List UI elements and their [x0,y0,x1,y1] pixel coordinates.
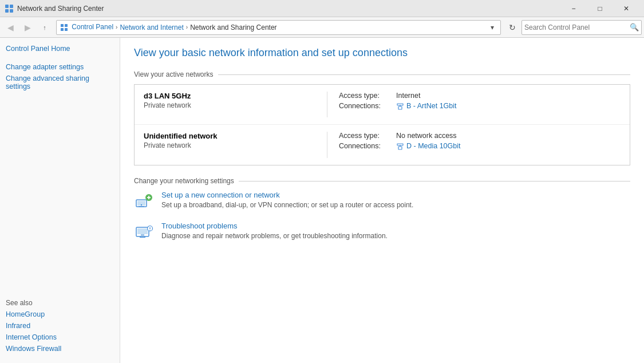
access-type-row-d3: Access type: Internet [339,92,621,100]
search-icon: 🔍 [630,23,639,31]
svg-point-28 [149,230,151,231]
network-right-unidentified: Access type: No network access Connectio… [339,132,621,152]
sidebar-spacer [6,94,114,299]
connection-icon-unidentified [396,142,404,150]
network-left-d3: d3 LAN 5GHz Private network [144,92,315,109]
connection-name-d3: B - ArtNet 1Gbit [406,102,457,110]
sidebar: Control Panel Home Change adapter settin… [0,38,120,363]
troubleshoot-link[interactable]: Troubleshoot problems [161,222,388,230]
network-name-d3: d3 LAN 5GHz [144,92,315,100]
svg-rect-18 [139,206,144,207]
svg-rect-1 [10,5,13,8]
svg-rect-10 [397,104,403,105]
sidebar-internet-options[interactable]: Internet Options [6,333,114,341]
sidebar-infrared[interactable]: Infrared [6,322,114,330]
connections-label-d3: Connections: [339,102,396,110]
title-bar: Network and Sharing Center − □ ✕ [0,0,644,17]
network-divider-2 [327,132,327,158]
access-value-unidentified: No network access [396,132,457,140]
settings-section: Set up a new connection or network Set u… [134,191,630,242]
forward-button[interactable]: ▶ [19,19,35,35]
network-name-unidentified: Unidentified network [144,132,315,140]
breadcrumb-network-internet[interactable]: Network and Internet [120,23,183,31]
network-type-unidentified: Private network [144,141,315,149]
breadcrumb-sep-2: › [186,24,188,30]
network-item-unidentified: Unidentified network Private network Acc… [135,125,630,165]
connection-link-unidentified[interactable]: D - Media 10Gbit [396,142,460,150]
breadcrumb-dropdown[interactable]: ▾ [488,23,497,32]
window-title: Network and Sharing Center [17,5,560,13]
sidebar-change-advanced[interactable]: Change advanced sharing settings [6,74,114,90]
content-area: View your basic network information and … [120,38,644,363]
svg-rect-6 [61,28,64,31]
window-controls: − □ ✕ [560,0,639,17]
svg-rect-8 [398,106,402,109]
sidebar-change-adapter[interactable]: Change adapter settings [6,63,114,71]
svg-rect-2 [5,9,9,13]
networking-settings-header: Change your networking settings [134,177,630,185]
search-input[interactable] [524,23,630,31]
address-bar: ◀ ▶ ↑ Control Panel › Network and Intern… [0,17,644,38]
active-networks-label: View your active networks [134,70,214,78]
network-divider-1 [327,92,327,117]
close-button[interactable]: ✕ [613,0,639,17]
active-networks-header: View your active networks [134,70,630,78]
access-label-d3: Access type: [339,92,396,100]
sidebar-divider-1 [6,56,114,63]
networking-settings-label: Change your networking settings [134,177,234,185]
refresh-button[interactable]: ↻ [504,19,520,35]
access-label-unidentified: Access type: [339,132,396,140]
sidebar-homegroup[interactable]: HomeGroup [6,310,114,318]
see-also-label: See also [6,299,114,307]
svg-rect-7 [65,28,68,31]
svg-rect-24 [140,236,145,238]
new-connection-desc: Set up a broadband, dial-up, or VPN conn… [161,201,413,209]
settings-item-new-connection: Set up a new connection or network Set u… [134,191,630,211]
main-layout: Control Panel Home Change adapter settin… [0,38,644,363]
new-connection-link[interactable]: Set up a new connection or network [161,191,413,199]
window-icon [5,4,14,13]
svg-rect-0 [5,5,9,8]
connection-name-unidentified: D - Media 10Gbit [406,142,460,150]
network-item-d3: d3 LAN 5GHz Private network Access type:… [135,85,630,125]
troubleshoot-desc: Diagnose and repair network problems, or… [161,232,388,240]
sidebar-windows-firewall[interactable]: Windows Firewall [6,345,114,353]
new-connection-icon-box [134,191,155,211]
breadcrumb-control-panel[interactable]: Control Panel [60,23,113,31]
connections-label-unidentified: Connections: [339,142,396,150]
network-left-unidentified: Unidentified network Private network [144,132,315,149]
breadcrumb-sep-1: › [116,24,117,30]
access-value-d3: Internet [396,92,420,100]
access-type-row-unidentified: Access type: No network access [339,132,621,140]
back-button[interactable]: ◀ [2,19,18,35]
sidebar-control-panel-home[interactable]: Control Panel Home [6,45,114,53]
minimize-button[interactable]: − [560,0,587,17]
network-type-d3: Private network [144,101,315,109]
svg-rect-4 [61,24,64,27]
new-connection-icon [135,192,153,210]
troubleshoot-icon [135,223,153,241]
search-bar[interactable]: 🔍 [521,20,642,35]
connection-icon-d3 [396,102,404,110]
connection-link-d3[interactable]: B - ArtNet 1Gbit [396,102,457,110]
breadcrumb: Control Panel › Network and Internet › N… [56,20,501,35]
connections-row-d3: Connections: B - ArtNet 1Gbit [339,102,621,110]
troubleshoot-text: Troubleshoot problems Diagnose and repai… [161,222,388,240]
svg-rect-25 [141,234,144,236]
svg-rect-14 [397,144,403,145]
svg-rect-5 [65,24,68,27]
section-divider-2 [239,181,630,182]
breadcrumb-current: Network and Sharing Center [190,23,276,31]
network-right-d3: Access type: Internet Connections: [339,92,621,112]
troubleshoot-icon-box [134,222,155,242]
page-title: View your basic network information and … [134,47,630,59]
section-divider-1 [218,74,630,75]
settings-item-troubleshoot: Troubleshoot problems Diagnose and repai… [134,222,630,242]
svg-point-17 [141,204,142,206]
maximize-button[interactable]: □ [587,0,613,17]
up-button[interactable]: ↑ [37,19,53,35]
new-connection-text: Set up a new connection or network Set u… [161,191,413,209]
svg-rect-3 [10,9,13,13]
networks-container: d3 LAN 5GHz Private network Access type:… [134,84,630,165]
svg-rect-23 [137,228,148,234]
